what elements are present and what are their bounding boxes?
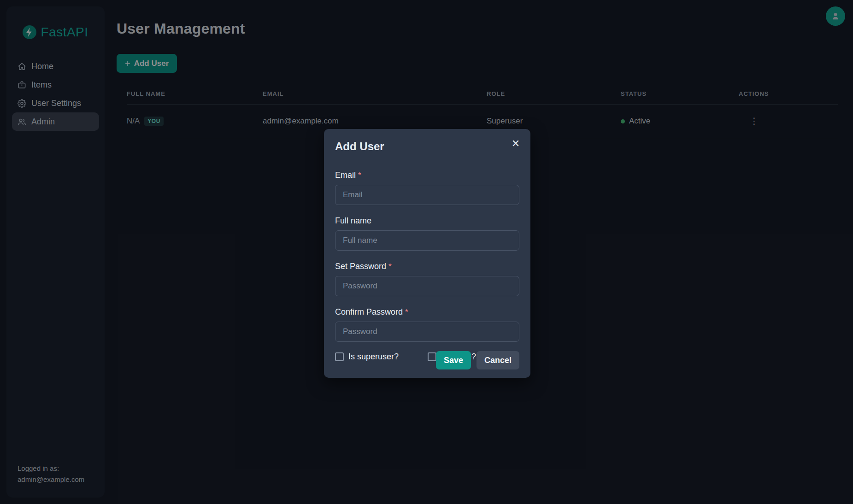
required-asterisk: * xyxy=(405,308,408,316)
full-name-field-label: Full name xyxy=(335,216,371,225)
modal-title: Add User xyxy=(335,140,519,153)
required-asterisk: * xyxy=(358,171,361,180)
confirm-password-field-group: Confirm Password* xyxy=(335,307,519,342)
email-field[interactable] xyxy=(335,185,519,205)
checkbox-icon xyxy=(335,352,344,361)
modal-actions: Save Cancel xyxy=(436,351,519,369)
required-asterisk: * xyxy=(388,262,392,271)
full-name-field[interactable] xyxy=(335,230,519,251)
add-user-modal: Add User ✕ Email* Full name Set Password… xyxy=(324,129,530,378)
cancel-button[interactable]: Cancel xyxy=(477,351,519,369)
is-superuser-checkbox[interactable]: Is superuser? xyxy=(335,352,428,362)
close-icon[interactable]: ✕ xyxy=(508,136,523,151)
save-button[interactable]: Save xyxy=(436,351,471,369)
set-password-field-label: Set Password xyxy=(335,262,386,271)
confirm-password-field[interactable] xyxy=(335,322,519,342)
is-superuser-label: Is superuser? xyxy=(348,352,399,362)
checkbox-icon xyxy=(428,352,436,361)
full-name-field-group: Full name xyxy=(335,216,519,251)
set-password-field[interactable] xyxy=(335,276,519,296)
confirm-password-field-label: Confirm Password xyxy=(335,307,403,316)
email-field-group: Email* xyxy=(335,170,519,205)
set-password-field-group: Set Password* xyxy=(335,262,519,296)
email-field-label: Email xyxy=(335,170,356,180)
